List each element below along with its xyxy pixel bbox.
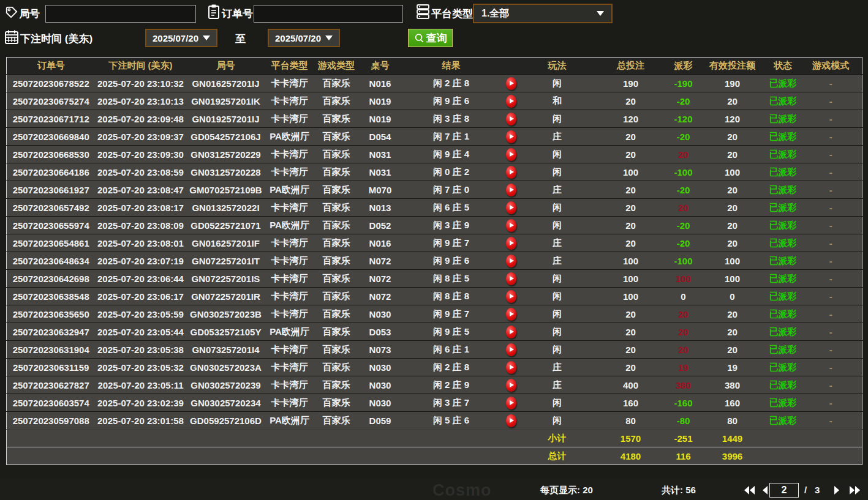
replay-play-icon[interactable] [506,361,516,374]
cell-platform-type: 卡卡湾厅 [266,270,314,288]
last-page-button[interactable] [848,484,861,496]
cell-table-no: N072 [360,270,401,288]
cell-round-no: GD0532572105Y [186,323,266,341]
grandtotal-row-payout: 116 [668,447,699,465]
cell-order-no: 250720230631159 [7,359,96,376]
cell-status: 已派彩 [766,146,800,163]
cell-game-mode: - [800,252,862,270]
cell-result: 闲 7 庄 1 [401,128,502,146]
cell-round-no: GN03125720228 [186,163,266,181]
date-from-select[interactable]: 2025/07/20 [145,29,217,47]
total-count-label: 共计: 56 [662,485,696,496]
first-page-button[interactable] [743,484,757,496]
cell-status: 已派彩 [766,341,800,359]
platform-type-selected-value: 1.全部 [481,7,509,20]
header-total-bet: 总投注 [594,58,668,75]
replay-play-icon[interactable] [506,77,516,90]
cell-order-no: 250720230631904 [7,341,96,359]
cell-round-no: GN019257201IK [186,92,266,110]
table-row: 2507202306574922025-07-20 23:08:17GN0132… [7,199,862,217]
header-replay [502,58,521,75]
replay-play-icon[interactable] [506,201,516,214]
header-round-no: 局号 [186,58,266,75]
table-row: 2507202306619272025-07-20 23:08:47GM0702… [7,181,862,199]
cell-result: 闲 9 庄 7 [401,305,502,323]
cell-valid-bet: 20 [699,146,766,163]
cell-bet-option: 和 [521,92,594,110]
cell-order-no: 250720230678522 [7,75,96,92]
tag-icon [4,6,18,20]
grandtotal-row: 总计41801163996 [7,447,862,465]
table-row: 2507202306752742025-07-20 23:10:13GN0192… [7,92,862,110]
cell-total-bet: 20 [594,199,668,217]
cell-payout: -120 [668,110,699,128]
cell-total-bet: 100 [594,270,668,288]
table-row: 2507202306641862025-07-20 23:08:59GN0312… [7,163,862,181]
next-page-button[interactable] [829,484,843,496]
replay-play-icon[interactable] [506,148,516,161]
cell-valid-bet: 20 [699,181,766,199]
cell-game-mode: - [800,270,862,288]
cell-order-no: 250720230635650 [7,305,96,323]
cell-result: 闲 7 庄 0 [401,181,502,199]
cell-bet-option: 闲 [521,412,594,430]
cell-status: 已派彩 [766,252,800,270]
cell-order-no: 250720230597088 [7,412,96,430]
grandtotal-row-label: 总计 [521,447,594,465]
replay-play-icon[interactable] [506,113,516,125]
replay-play-icon[interactable] [506,166,516,179]
replay-play-icon[interactable] [506,414,516,427]
replay-play-icon[interactable] [506,326,516,338]
cell-table-no: N031 [360,163,401,181]
cell-replay [502,288,521,305]
replay-play-icon[interactable] [506,397,516,409]
cell-payout: -20 [668,181,699,199]
cell-platform-type: PA欧洲厅 [266,412,314,430]
round-no-input[interactable] [45,5,196,23]
replay-play-icon[interactable] [506,343,516,356]
table-row: 2507202306559742025-07-20 23:08:09GD0522… [7,217,862,234]
cell-table-no: N030 [360,376,401,394]
cell-replay [502,163,521,181]
table-row: 2507202306426982025-07-20 23:06:44GN0722… [7,270,862,288]
page-size-label: 每页显示: 20 [540,485,593,496]
replay-play-icon[interactable] [506,255,516,267]
cell-bet-time: 2025-07-20 23:05:59 [96,305,186,323]
cell-result: 闲 8 庄 5 [401,270,502,288]
cell-game-mode: - [800,75,862,92]
replay-play-icon[interactable] [506,272,516,285]
cell-game-type: 百家乐 [314,394,360,412]
page-number-input[interactable] [769,483,799,498]
cell-replay [502,128,521,146]
date-to-select[interactable]: 2025/07/20 [268,29,340,47]
replay-play-icon[interactable] [506,130,516,143]
order-no-input[interactable] [254,5,403,23]
search-icon [414,33,425,43]
cell-valid-bet: 0 [699,288,766,305]
replay-play-icon[interactable] [506,290,516,303]
cell-payout: -160 [668,394,699,412]
cell-valid-bet: 20 [699,128,766,146]
header-bet-option: 玩法 [521,58,594,75]
query-button[interactable]: 查询 [408,29,453,47]
platform-type-select[interactable]: 1.全部 [473,4,613,23]
replay-play-icon[interactable] [506,219,516,232]
cell-table-no: N030 [360,305,401,323]
cell-bet-option: 闲 [521,110,594,128]
cell-replay [502,270,521,288]
cell-table-no: N031 [360,146,401,163]
replay-play-icon[interactable] [506,237,516,250]
cell-total-bet: 120 [594,110,668,128]
chevron-down-icon [203,35,210,40]
cell-payout: -20 [668,92,699,110]
cell-status: 已派彩 [766,394,800,412]
replay-play-icon[interactable] [506,308,516,321]
cell-bet-time: 2025-07-20 23:08:09 [96,217,186,234]
replay-play-icon[interactable] [506,184,516,196]
cell-game-type: 百家乐 [314,270,360,288]
replay-play-icon[interactable] [506,379,516,392]
replay-play-icon[interactable] [506,95,516,108]
cell-total-bet: 100 [594,163,668,181]
platform-type-label: 平台类型 [431,7,473,21]
cell-valid-bet: 120 [699,110,766,128]
